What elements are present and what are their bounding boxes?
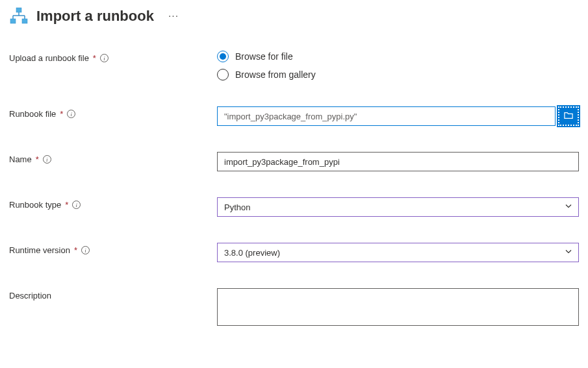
svg-rect-5	[10, 19, 16, 23]
runbook-file-field	[217, 106, 579, 126]
runbook-hierarchy-icon	[9, 6, 29, 26]
browse-file-button[interactable]	[558, 106, 579, 126]
name-label: Name * i	[9, 152, 217, 164]
name-row: Name * i	[9, 152, 579, 171]
runbook-file-display[interactable]	[217, 106, 556, 126]
select-value: Python	[224, 202, 250, 212]
name-input[interactable]	[217, 152, 579, 171]
select-value: 3.8.0 (preview)	[224, 248, 280, 258]
radio-group: Browse for file Browse from gallery	[217, 51, 579, 80]
upload-method-field: Browse for file Browse from gallery	[217, 51, 579, 80]
runtime-version-row: Runtime version * i 3.8.0 (preview)	[9, 243, 579, 262]
required-star: *	[65, 200, 68, 210]
runbook-type-label: Runbook type * i	[9, 197, 217, 210]
radio-dot-icon	[220, 53, 226, 60]
label-text: Runbook type	[9, 200, 61, 210]
runbook-type-select[interactable]: Python	[217, 197, 579, 217]
required-star: *	[93, 53, 96, 63]
label-text: Runbook file	[9, 109, 56, 119]
runbook-type-field: Python	[217, 197, 579, 217]
description-field	[217, 288, 579, 328]
label-text: Upload a runbook file	[9, 53, 89, 63]
required-star: *	[60, 109, 63, 119]
runbook-type-row: Runbook type * i Python	[9, 197, 579, 217]
description-row: Description	[9, 288, 579, 328]
radio-label: Browse from gallery	[235, 69, 316, 80]
name-field	[217, 152, 579, 171]
page-header: Import a runbook ···	[9, 6, 579, 26]
description-label: Description	[9, 288, 217, 301]
folder-icon	[563, 111, 574, 122]
label-text: Name	[9, 154, 32, 164]
radio-label: Browse for file	[235, 51, 293, 62]
label-text: Runtime version	[9, 245, 70, 255]
required-star: *	[36, 154, 39, 164]
runtime-version-field: 3.8.0 (preview)	[217, 243, 579, 262]
radio-circle-icon	[217, 69, 229, 80]
radio-circle-icon	[217, 51, 229, 62]
label-text: Description	[9, 291, 51, 301]
upload-method-row: Upload a runbook file * i Browse for fil…	[9, 51, 579, 80]
more-actions-button[interactable]: ···	[168, 10, 179, 22]
info-icon[interactable]: i	[72, 201, 81, 209]
info-icon[interactable]: i	[67, 110, 75, 118]
upload-method-label: Upload a runbook file * i	[9, 51, 217, 63]
info-icon[interactable]: i	[43, 155, 51, 164]
info-icon[interactable]: i	[81, 246, 90, 254]
runtime-version-select[interactable]: 3.8.0 (preview)	[217, 243, 579, 262]
required-star: *	[74, 245, 77, 255]
description-input[interactable]	[217, 288, 579, 326]
svg-rect-0	[16, 8, 21, 12]
runbook-file-row: Runbook file * i	[9, 106, 579, 126]
page-title: Import a runbook	[36, 8, 154, 25]
svg-rect-6	[22, 19, 27, 23]
radio-browse-file[interactable]: Browse for file	[217, 51, 579, 62]
radio-browse-gallery[interactable]: Browse from gallery	[217, 69, 579, 80]
runbook-file-label: Runbook file * i	[9, 106, 217, 119]
runtime-version-label: Runtime version * i	[9, 243, 217, 255]
info-icon[interactable]: i	[100, 54, 109, 62]
